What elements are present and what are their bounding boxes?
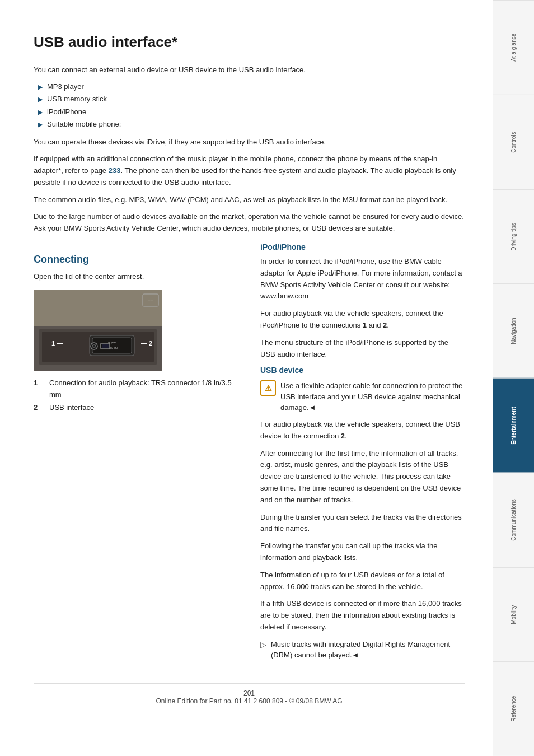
caption-item-1: 1 Connection for audio playback: TRS con… (34, 377, 238, 401)
usb-para-2: After connecting for the first time, the… (260, 448, 465, 506)
bullet-arrow-icon: ▶ (38, 95, 43, 104)
ipod-para-1: In order to connect the iPod/iPhone, use… (260, 256, 465, 302)
caption-list: 1 Connection for audio playback: TRS con… (34, 377, 238, 414)
usb-para-4: Following the transfer you can call up t… (260, 540, 465, 564)
ipod-para-2: For audio playback via the vehicle speak… (260, 308, 465, 332)
ipod-para-3: The menu structure of the iPod/iPhone is… (260, 337, 465, 361)
caption-num-1: 1 (34, 377, 47, 401)
caption-item-2: 2 USB interface (34, 402, 238, 414)
list-item: ▶ Suitable mobile phone: (38, 119, 465, 130)
left-column: Connecting Open the lid of the center ar… (34, 240, 238, 666)
svg-text:⌐⌐: ⌐⌐ (148, 298, 154, 304)
usb-para-6: If a fifth USB device is connected or if… (260, 598, 465, 633)
usb-device-heading: USB device (260, 366, 465, 375)
ipod-iphone-heading: iPod/iPhone (260, 242, 465, 251)
right-column: iPod/iPhone In order to connect the iPod… (260, 240, 465, 666)
page-title: USB audio interface* (34, 34, 465, 51)
body-para-3: The common audio files, e.g. MP3, WMA, W… (34, 194, 465, 206)
sidebar: At a glance Controls Driving tips Naviga… (493, 0, 534, 756)
caption-num-2: 2 (34, 402, 47, 414)
sidebar-tab-mobility[interactable]: Mobility (493, 567, 534, 662)
sidebar-tab-entertainment[interactable]: Entertainment (493, 378, 534, 473)
list-item: ▶ USB memory stick (38, 94, 465, 105)
note-box: ▷ Music tracks with integrated Digital R… (260, 639, 465, 661)
list-item: ▶ MP3 player (38, 81, 465, 92)
usb-para-5: The information of up to four USB device… (260, 570, 465, 593)
sidebar-tab-driving-tips[interactable]: Driving tips (493, 189, 534, 284)
connecting-heading: Connecting (34, 254, 238, 265)
page-container: USB audio interface* You can connect an … (0, 0, 534, 756)
sidebar-tab-reference[interactable]: Reference (493, 661, 534, 756)
svg-point-10 (92, 344, 96, 348)
connector-svg: ⌐ ⌐⌐ AUX IN 1 — — 2 ⌐⌐ (34, 290, 162, 371)
page-footer: 201 Online Edition for Part no. 01 41 2 … (34, 683, 465, 705)
warning-box: ⚠ Use a flexible adapter cable for conne… (260, 380, 465, 413)
list-item: ▶ iPod/iPhone (38, 106, 465, 118)
warning-icon: ⚠ (260, 380, 276, 396)
warning-text: Use a flexible adapter cable for connect… (280, 380, 465, 413)
copyright-text: Online Edition for Part no. 01 41 2 600 … (156, 697, 342, 705)
bullet-arrow-icon: ▶ (38, 82, 43, 92)
caption-text-1: Connection for audio playback: TRS conne… (49, 377, 238, 401)
two-column-layout: Connecting Open the lid of the center ar… (34, 240, 465, 666)
main-content: USB audio interface* You can connect an … (0, 0, 493, 756)
sidebar-tab-at-a-glance[interactable]: At a glance (493, 0, 534, 95)
bullet-arrow-icon: ▶ (38, 120, 43, 129)
body-para-1: You can operate these devices via iDrive… (34, 137, 465, 148)
svg-text:— 2: — 2 (141, 340, 152, 347)
sidebar-tab-navigation[interactable]: Navigation (493, 283, 534, 378)
body-para-2: If equipped with an additional connectio… (34, 153, 465, 188)
bullet-list: ▶ MP3 player ▶ USB memory stick ▶ iPod/i… (38, 81, 465, 130)
connector-diagram: ⌐ ⌐⌐ AUX IN 1 — — 2 ⌐⌐ (34, 290, 162, 371)
bullet-arrow-icon: ▶ (38, 108, 43, 117)
note-arrow-icon: ▷ (260, 640, 266, 649)
body-para-4: Due to the large number of audio devices… (34, 211, 465, 235)
note-text: Music tracks with integrated Digital Rig… (271, 639, 465, 661)
svg-rect-12 (102, 344, 109, 348)
caption-text-2: USB interface (49, 402, 94, 414)
usb-para-1: For audio playback via the vehicle speak… (260, 419, 465, 442)
connecting-intro: Open the lid of the center armrest. (34, 271, 238, 283)
sidebar-tab-controls[interactable]: Controls (493, 95, 534, 189)
usb-para-3: During the transfer you can select the t… (260, 512, 465, 535)
intro-text: You can connect an external audio device… (34, 64, 465, 76)
svg-text:1 —: 1 — (51, 340, 63, 347)
page-number: 201 (243, 689, 255, 697)
sidebar-tab-communications[interactable]: Communications (493, 473, 534, 567)
